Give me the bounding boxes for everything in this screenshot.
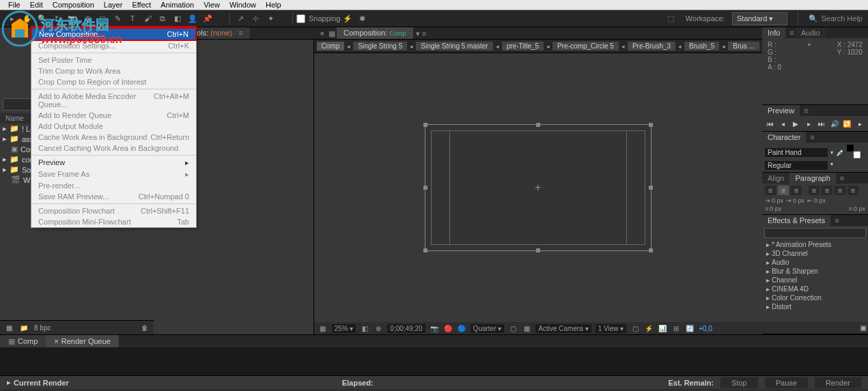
comp-nav-tab[interactable]: pre-Title_5: [502, 42, 544, 50]
menu-composition[interactable]: Composition: [48, 0, 99, 10]
view-axis-icon[interactable]: ✦: [264, 12, 277, 25]
timecode-display[interactable]: 0;00;49;20: [387, 324, 425, 333]
rotate-tool-icon[interactable]: ↻: [51, 12, 64, 25]
menu-window[interactable]: Window: [225, 0, 261, 10]
preset-folder[interactable]: ▸ Color Correction: [762, 293, 868, 302]
comp-nav-tab[interactable]: Pre-Brush_3: [628, 42, 675, 50]
mute-button[interactable]: 🔊: [829, 119, 840, 128]
menu-edit[interactable]: Edit: [25, 0, 48, 10]
font-style-dropdown[interactable]: Regular: [765, 161, 828, 170]
info-tab[interactable]: Info: [762, 27, 785, 38]
panel-menu-icon[interactable]: ≡: [788, 27, 795, 38]
justify-left-button[interactable]: ≡: [809, 186, 820, 195]
shape-tool-icon[interactable]: ▢: [96, 12, 109, 25]
align-center-button[interactable]: ≡: [778, 186, 789, 195]
text-tool-icon[interactable]: T: [126, 12, 139, 25]
menu-cancel-cache[interactable]: Cancel Caching Work Area in Background: [31, 143, 196, 154]
effects-presets-tab[interactable]: Effects & Presets: [762, 215, 830, 226]
preset-folder[interactable]: ▸ Distort: [762, 302, 868, 311]
comp-nav-tab[interactable]: Pre-comp_Circle 5: [552, 42, 619, 50]
justify-right-button[interactable]: ≡: [835, 186, 845, 195]
selection-tool-icon[interactable]: ▸: [5, 12, 19, 25]
pen-tool-icon[interactable]: ✎: [111, 12, 124, 25]
sync-icon[interactable]: ⬚: [664, 12, 677, 25]
transparency-icon[interactable]: ▦: [522, 323, 531, 333]
align-right-button[interactable]: ≡: [791, 186, 802, 195]
zoom-tool-icon[interactable]: 🔍: [36, 12, 49, 25]
camera-tool-icon[interactable]: 📷: [66, 12, 79, 25]
view-dropdown[interactable]: 1 View ▾: [596, 324, 627, 333]
reset-exposure-icon[interactable]: 🔄: [685, 323, 695, 333]
comp-nav-tab[interactable]: Brush_5: [684, 42, 719, 50]
last-frame-button[interactable]: ⏭: [816, 119, 827, 128]
stop-button[interactable]: Stop: [720, 377, 758, 388]
justify-all-button[interactable]: ≡: [848, 186, 858, 195]
clone-tool-icon[interactable]: ⧉: [156, 12, 169, 25]
preset-folder[interactable]: ▸ Channel: [762, 276, 868, 285]
comp-nav-tab[interactable]: Comp: [317, 42, 345, 50]
menu-composition-settings[interactable]: Composition Settings...Ctrl+K: [31, 40, 196, 51]
menu-comp-flowchart[interactable]: Composition FlowchartCtrl+Shift+F11: [31, 205, 196, 216]
menu-save-frame-as[interactable]: Save Frame As▸: [31, 169, 196, 180]
render-button[interactable]: Render: [815, 377, 861, 388]
snapping-checkbox[interactable]: [296, 14, 305, 23]
paragraph-tab[interactable]: Paragraph: [789, 173, 835, 184]
indent-left[interactable]: ⇥ 0 px: [765, 197, 783, 204]
comp-nav-tab[interactable]: Single String 5: [353, 42, 407, 50]
current-render-toggle[interactable]: ▸ Current Render: [7, 378, 69, 387]
flowchart-icon[interactable]: ⊞: [671, 323, 681, 333]
eraser-tool-icon[interactable]: ◧: [171, 12, 184, 25]
menu-preview[interactable]: Preview▸: [31, 157, 196, 169]
pause-button[interactable]: Pause: [765, 377, 808, 388]
search-help[interactable]: 🔍 Search Help: [809, 14, 863, 23]
font-dropdown[interactable]: Paint Hand: [765, 148, 828, 157]
world-axis-icon[interactable]: ⊹: [249, 12, 262, 25]
menu-help[interactable]: Help: [261, 0, 286, 10]
eyedropper-icon[interactable]: 💉: [836, 149, 844, 156]
next-frame-button[interactable]: ▸: [803, 119, 814, 128]
resolution-icon[interactable]: ◧: [360, 323, 369, 333]
preset-folder[interactable]: ▸ 3D Channel: [762, 249, 868, 258]
grid-button[interactable]: ▦: [318, 323, 328, 333]
space-before[interactable]: ≡ 0 px: [765, 205, 781, 212]
roi-icon[interactable]: ▢: [508, 323, 518, 333]
justify-center-button[interactable]: ≡: [822, 186, 832, 195]
timeline-comp-tab[interactable]: ▦ Comp: [0, 335, 46, 347]
workspace-dropdown[interactable]: Standard ▾: [732, 12, 788, 25]
menu-add-output[interactable]: Add Output Module: [31, 121, 196, 132]
preset-folder[interactable]: ▸ CINEMA 4D: [762, 285, 868, 293]
composition-viewer[interactable]: +: [314, 53, 762, 322]
menu-effect[interactable]: Effect: [127, 0, 156, 10]
fast-preview-icon[interactable]: ⚡: [644, 323, 654, 333]
anchor-tool-icon[interactable]: ⊕: [81, 12, 94, 25]
quality-dropdown[interactable]: Quarter ▾: [471, 324, 505, 333]
puppet-tool-icon[interactable]: 📌: [201, 12, 214, 25]
menu-add-render-queue[interactable]: Add to Render QueueCtrl+M: [31, 110, 196, 121]
indent-right[interactable]: ⇤ 0 px: [807, 197, 826, 204]
composition-tab[interactable]: Composition: Comp: [337, 27, 414, 39]
audio-tab[interactable]: Audio: [796, 27, 826, 38]
comp-nav-tab[interactable]: Brus ...: [728, 42, 759, 50]
menu-view[interactable]: View: [199, 0, 225, 10]
exposure-value[interactable]: +0,0: [699, 325, 712, 332]
menu-save-ram-preview[interactable]: Save RAM Preview...Ctrl+Numpad 0: [31, 191, 196, 202]
align-tab[interactable]: Align: [762, 173, 789, 184]
loop-button[interactable]: 🔁: [842, 119, 853, 128]
menu-crop-comp[interactable]: Crop Comp to Region of Interest: [31, 76, 196, 87]
text-color-swatch[interactable]: [847, 145, 860, 160]
delete-icon[interactable]: 🗑: [140, 323, 150, 332]
timeline-icon[interactable]: 📊: [658, 323, 667, 333]
rgb-icon[interactable]: 🔵: [457, 323, 466, 333]
menu-cache-workarea[interactable]: Cache Work Area in BackgroundCtrl+Return: [31, 132, 196, 143]
menu-prerender[interactable]: Pre-render...: [31, 180, 196, 191]
channel-icon[interactable]: 🔴: [443, 323, 453, 333]
first-frame-button[interactable]: ⏮: [765, 119, 776, 128]
preset-folder[interactable]: ▸ * Animation Presets: [762, 240, 868, 249]
menu-new-composition[interactable]: New Composition...Ctrl+N: [31, 27, 197, 41]
render-queue-tab[interactable]: × Render Queue: [46, 335, 119, 347]
preset-folder[interactable]: ▸ Audio: [762, 258, 868, 267]
menu-add-encoder[interactable]: Add to Adobe Media Encoder Queue...Ctrl+…: [31, 91, 196, 110]
pixel-aspect-icon[interactable]: ▢: [630, 323, 640, 333]
hand-tool-icon[interactable]: ✋: [20, 12, 34, 25]
snap-more-icon[interactable]: ✱: [356, 12, 369, 25]
